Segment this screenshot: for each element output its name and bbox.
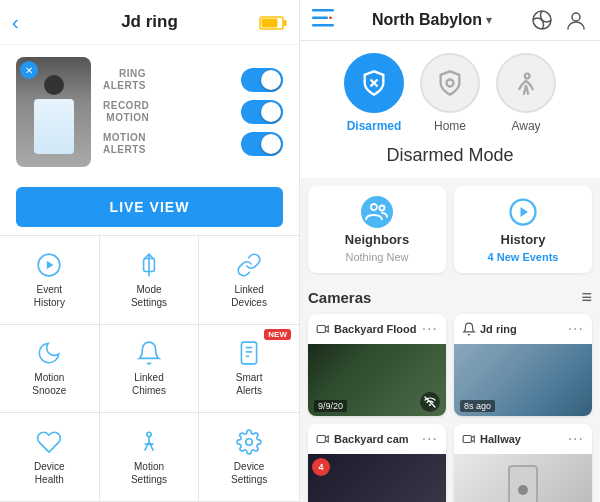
grid-item-motion-snooze[interactable]: MotionSnooze xyxy=(0,325,100,414)
motion-alerts-label: MOTIONALERTS xyxy=(103,132,146,156)
camera-icon xyxy=(316,322,330,336)
back-icon[interactable]: ‹ xyxy=(12,11,19,34)
mode-away-button[interactable]: Away xyxy=(496,53,556,133)
grid-item-device-settings[interactable]: DeviceSettings xyxy=(199,413,299,502)
backyard-cam-menu-icon[interactable]: ··· xyxy=(422,430,438,448)
mode-settings-label: ModeSettings xyxy=(131,283,167,309)
grid-item-linked-chimes[interactable]: LinkedChimes xyxy=(100,325,200,414)
history-subtitle: 4 New Events xyxy=(488,251,559,263)
device-health-label: DeviceHealth xyxy=(34,460,65,486)
history-card[interactable]: History 4 New Events xyxy=(454,186,592,273)
history-title: History xyxy=(501,232,546,247)
camera-hallway[interactable]: Hallway ··· xyxy=(454,424,592,502)
svg-rect-6 xyxy=(242,343,257,365)
new-badge: NEW xyxy=(264,329,291,340)
ring-alerts-label: RINGALERTS xyxy=(103,68,146,92)
svg-point-21 xyxy=(525,74,530,79)
neighbors-icon xyxy=(361,196,393,228)
neighbors-card[interactable]: Neighbors Nothing New xyxy=(308,186,446,273)
location-selector[interactable]: North Babylon ▾ xyxy=(342,11,522,29)
left-panel: ‹ Jd ring ✕ RINGALERTS RECORDMOTION MOTI xyxy=(0,0,300,502)
disarmed-circle xyxy=(344,53,404,113)
cameras-title: Cameras xyxy=(308,289,371,306)
svg-marker-4 xyxy=(47,260,54,269)
right-panel: North Babylon ▾ xyxy=(300,0,600,502)
live-view-button[interactable]: LIVE VIEW xyxy=(16,187,283,227)
svg-point-23 xyxy=(380,206,385,211)
event-history-icon xyxy=(35,251,63,279)
disarmed-label: Disarmed xyxy=(347,119,402,133)
camera-backyard-cam-header: Backyard cam ··· xyxy=(308,424,446,454)
linked-chimes-label: LinkedChimes xyxy=(132,371,166,397)
hallway-device-image xyxy=(508,465,538,502)
mode-disarmed-button[interactable]: Disarmed xyxy=(344,53,404,133)
svg-point-22 xyxy=(371,204,377,210)
device-section: ✕ RINGALERTS RECORDMOTION MOTIONALERTS xyxy=(0,45,299,179)
mode-buttons: Disarmed Home Away xyxy=(344,53,556,133)
mode-title: Disarmed Mode xyxy=(386,145,513,166)
cameras-section: Cameras ≡ Backyard Flood ··· 9/9/20 xyxy=(300,281,600,502)
jd-ring-menu-icon[interactable]: ··· xyxy=(568,320,584,338)
backyard-flood-menu-icon[interactable]: ··· xyxy=(422,320,438,338)
neighbors-subtitle: Nothing New xyxy=(346,251,409,263)
cameras-grid: Backyard Flood ··· 9/9/20 xyxy=(308,314,592,502)
jd-ring-timestamp: 8s ago xyxy=(460,400,495,412)
backyard-cam-notify-badge: 4 xyxy=(312,458,330,476)
hallway-name: Hallway xyxy=(480,433,521,445)
device-badge: ✕ xyxy=(20,61,38,79)
motion-settings-label: MotionSettings xyxy=(131,460,167,486)
motion-settings-icon xyxy=(135,428,163,456)
linked-devices-label: LinkedDevices xyxy=(231,283,267,309)
hallway-menu-icon[interactable]: ··· xyxy=(568,430,584,448)
linked-chimes-icon xyxy=(135,339,163,367)
svg-rect-26 xyxy=(317,326,325,333)
grid-item-device-health[interactable]: DeviceHealth xyxy=(0,413,100,502)
cameras-menu-icon[interactable]: ≡ xyxy=(581,287,592,308)
history-icon xyxy=(507,196,539,228)
grid-item-motion-settings[interactable]: MotionSettings xyxy=(100,413,200,502)
jd-ring-name: Jd ring xyxy=(480,323,517,335)
camera-backyard-flood[interactable]: Backyard Flood ··· 9/9/20 xyxy=(308,314,446,416)
linked-devices-icon xyxy=(235,251,263,279)
device-settings-icon xyxy=(235,428,263,456)
motion-snooze-icon xyxy=(35,339,63,367)
smart-alerts-icon xyxy=(235,339,263,367)
motion-alerts-toggle[interactable] xyxy=(241,132,283,156)
profile-icon[interactable] xyxy=(564,8,588,32)
grid-item-linked-devices[interactable]: LinkedDevices xyxy=(199,236,299,325)
ring-alerts-row: RINGALERTS xyxy=(103,68,283,92)
backyard-cam-name: Backyard cam xyxy=(334,433,409,445)
camera-backyard-cam[interactable]: Backyard cam ··· 4 9s ago xyxy=(308,424,446,502)
cards-row: Neighbors Nothing New History 4 New Even… xyxy=(308,186,592,273)
location-chevron-icon: ▾ xyxy=(486,13,492,27)
menu-icon[interactable] xyxy=(312,9,334,32)
grid-item-smart-alerts[interactable]: NEW SmartAlerts xyxy=(199,325,299,414)
grid-item-event-history[interactable]: EventHistory xyxy=(0,236,100,325)
neighborhood-icon[interactable] xyxy=(530,8,554,32)
mode-home-button[interactable]: Home xyxy=(420,53,480,133)
svg-rect-14 xyxy=(312,24,334,27)
svg-rect-2 xyxy=(262,18,278,27)
device-header: ‹ Jd ring xyxy=(0,0,299,45)
ring-alerts-toggle[interactable] xyxy=(241,68,283,92)
motion-snooze-label: MotionSnooze xyxy=(32,371,66,397)
svg-rect-30 xyxy=(463,436,471,443)
home-circle xyxy=(420,53,480,113)
away-circle xyxy=(496,53,556,113)
record-motion-row: RECORDMOTION xyxy=(103,100,283,124)
device-title: Jd ring xyxy=(121,12,178,32)
device-health-icon xyxy=(35,428,63,456)
location-name: North Babylon xyxy=(372,11,482,29)
hallway-thumb xyxy=(454,454,592,502)
camera-jd-ring[interactable]: Jd ring ··· 8s ago xyxy=(454,314,592,416)
svg-rect-1 xyxy=(284,20,287,26)
backyard-flood-timestamp: 9/9/20 xyxy=(314,400,347,412)
backyard-flood-thumb: 9/9/20 xyxy=(308,344,446,416)
grid-item-mode-settings[interactable]: ModeSettings xyxy=(100,236,200,325)
toggles-section: RINGALERTS RECORDMOTION MOTIONALERTS xyxy=(103,68,283,156)
device-image: ✕ xyxy=(16,57,91,167)
svg-point-27 xyxy=(429,404,431,406)
record-motion-toggle[interactable] xyxy=(241,100,283,124)
feature-grid: EventHistory ModeSettings LinkedDevices … xyxy=(0,235,299,502)
backyard-cam-icon xyxy=(316,432,330,446)
